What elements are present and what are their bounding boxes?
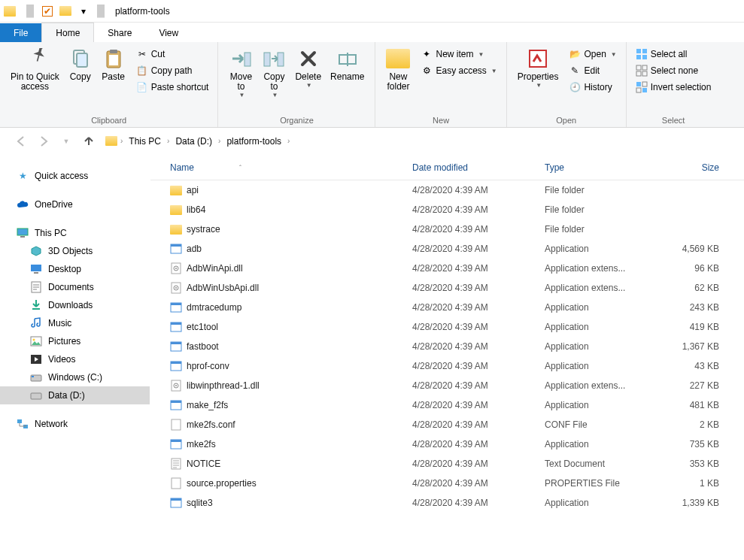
- select-all-button[interactable]: Select all: [633, 47, 715, 62]
- recent-dropdown[interactable]: ▼: [57, 132, 75, 150]
- copy-to-button[interactable]: Copy to▼: [257, 45, 290, 100]
- nav-item-documents[interactable]: Documents: [0, 278, 150, 296]
- nav-item-videos[interactable]: Videos: [0, 350, 150, 368]
- nav-item-desktop[interactable]: Desktop: [0, 260, 150, 278]
- svg-rect-20: [636, 88, 641, 92]
- window-icon: [4, 6, 16, 17]
- file-icon: [170, 399, 182, 411]
- svg-rect-1: [77, 53, 87, 67]
- svg-rect-25: [34, 272, 38, 274]
- nav-item-downloads[interactable]: Downloads: [0, 296, 150, 314]
- chevron-down-icon: ▼: [238, 92, 244, 98]
- nav-item-3d-objects[interactable]: 3D Objects: [0, 242, 150, 260]
- easy-access-button[interactable]: ⚙Easy access▼: [418, 63, 500, 78]
- copy-button[interactable]: Copy: [64, 45, 97, 83]
- file-row[interactable]: etc1tool4/28/2020 4:39 AMApplication419 …: [150, 317, 744, 337]
- chevron-right-icon[interactable]: ›: [215, 137, 223, 145]
- column-type[interactable]: Type: [540, 162, 656, 173]
- file-row[interactable]: AdbWinUsbApi.dll4/28/2020 4:39 AMApplica…: [150, 278, 744, 298]
- file-row[interactable]: mke2fs.conf4/28/2020 4:39 AMCONF File2 K…: [150, 415, 744, 434]
- tab-view[interactable]: View: [145, 23, 192, 42]
- edit-icon: ✎: [569, 65, 581, 77]
- nav-onedrive[interactable]: OneDrive: [0, 195, 150, 213]
- file-row[interactable]: api4/28/2020 4:39 AMFile folder: [150, 180, 744, 200]
- new-folder-button[interactable]: New folder: [381, 45, 415, 93]
- paste-shortcut-button[interactable]: 📄Paste shortcut: [133, 80, 212, 95]
- new-item-button[interactable]: ✦New item▼: [418, 47, 500, 62]
- chevron-down-icon: ▼: [611, 51, 617, 58]
- svg-point-53: [175, 385, 177, 386]
- svg-rect-33: [17, 419, 22, 423]
- invert-selection-button[interactable]: Invert selection: [633, 80, 715, 95]
- back-button[interactable]: [12, 132, 30, 150]
- ribbon-tabs: File Home Share View: [0, 23, 744, 42]
- select-all-icon: [636, 48, 648, 60]
- svg-point-28: [33, 339, 35, 341]
- column-date[interactable]: Date modified: [408, 162, 540, 173]
- folder-icon: [105, 135, 117, 147]
- properties-button[interactable]: Properties▼: [513, 45, 563, 90]
- group-open: Properties▼ 📂Open▼ ✎Edit 🕘History Open: [507, 42, 627, 127]
- nav-this-pc[interactable]: This PC: [0, 224, 150, 242]
- breadcrumb-bar[interactable]: › This PC › Data (D:) › platform-tools ›: [102, 132, 732, 151]
- qat-dropdown-icon[interactable]: ▾: [77, 5, 90, 17]
- file-icon: [170, 301, 182, 313]
- chevron-right-icon[interactable]: ›: [164, 137, 172, 145]
- paste-shortcut-icon: 📄: [136, 81, 148, 93]
- file-row[interactable]: source.properties4/28/2020 4:39 AMPROPER…: [150, 474, 744, 493]
- file-row[interactable]: libwinpthread-1.dll4/28/2020 4:39 AMAppl…: [150, 376, 744, 395]
- nav-item-data-d-[interactable]: Data (D:): [0, 386, 150, 404]
- nav-quick-access[interactable]: ★Quick access: [0, 167, 150, 185]
- nav-item-music[interactable]: Music: [0, 314, 150, 332]
- file-row[interactable]: dmtracedump4/28/2020 4:39 AMApplication2…: [150, 298, 744, 317]
- qat-folder-icon[interactable]: [59, 5, 71, 17]
- column-size[interactable]: Size: [656, 162, 724, 173]
- breadcrumb-drive[interactable]: Data (D:): [172, 136, 215, 147]
- breadcrumb-folder[interactable]: platform-tools: [223, 136, 284, 147]
- history-button[interactable]: 🕘History: [566, 80, 619, 95]
- nav-network[interactable]: Network: [0, 415, 150, 433]
- chevron-right-icon[interactable]: ›: [284, 137, 293, 145]
- open-button[interactable]: 📂Open▼: [566, 47, 619, 62]
- file-row[interactable]: adb4/28/2020 4:39 AMApplication4,569 KB: [150, 239, 744, 259]
- copy-path-button[interactable]: 📋Copy path: [133, 63, 212, 78]
- cut-button[interactable]: ✂Cut: [133, 47, 212, 62]
- nav-item-windows-c-[interactable]: Windows (C:): [0, 368, 150, 386]
- chevron-right-icon[interactable]: ›: [117, 137, 126, 145]
- file-row[interactable]: AdbWinApi.dll4/28/2020 4:39 AMApplicatio…: [150, 259, 744, 278]
- rename-button[interactable]: Rename: [326, 45, 369, 83]
- up-button[interactable]: [80, 132, 98, 150]
- move-to-button[interactable]: Move to▼: [224, 45, 257, 100]
- file-row[interactable]: fastboot4/28/2020 4:39 AMApplication1,36…: [150, 337, 744, 356]
- file-icon: [170, 184, 182, 196]
- file-icon: [170, 477, 182, 489]
- address-bar: ▼ › This PC › Data (D:) › platform-tools…: [0, 128, 744, 155]
- file-row[interactable]: NOTICE4/28/2020 4:39 AMText Document353 …: [150, 454, 744, 474]
- nav-item-icon: [30, 263, 42, 275]
- file-row[interactable]: make_f2fs4/28/2020 4:39 AMApplication481…: [150, 395, 744, 415]
- delete-button[interactable]: Delete▼: [290, 45, 326, 90]
- qat-properties-icon[interactable]: ✔: [41, 5, 53, 17]
- file-row[interactable]: sqlite34/28/2020 4:39 AMApplication1,339…: [150, 493, 744, 513]
- select-none-button[interactable]: Select none: [633, 63, 715, 78]
- breadcrumb-this-pc[interactable]: This PC: [126, 136, 164, 147]
- file-row[interactable]: mke2fs4/28/2020 4:39 AMApplication735 KB: [150, 434, 744, 454]
- svg-rect-58: [171, 440, 181, 442]
- file-row[interactable]: systrace4/28/2020 4:39 AMFile folder: [150, 219, 744, 239]
- tab-file[interactable]: File: [0, 23, 41, 42]
- file-row[interactable]: hprof-conv4/28/2020 4:39 AMApplication43…: [150, 356, 744, 376]
- file-row[interactable]: lib644/28/2020 4:39 AMFile folder: [150, 200, 744, 219]
- file-icon: [170, 204, 182, 216]
- nav-item-pictures[interactable]: Pictures: [0, 332, 150, 350]
- pin-to-quick-access-button[interactable]: Pin to Quick access: [6, 45, 64, 93]
- tab-home[interactable]: Home: [41, 23, 94, 42]
- column-name[interactable]: Nameˆ: [166, 162, 408, 173]
- forward-button[interactable]: [35, 132, 53, 150]
- select-none-icon: [636, 65, 648, 77]
- paste-button[interactable]: Paste: [97, 45, 130, 83]
- edit-button[interactable]: ✎Edit: [566, 63, 619, 78]
- svg-rect-15: [642, 65, 647, 70]
- paste-icon: [102, 47, 126, 71]
- nav-item-icon: [30, 335, 42, 347]
- tab-share[interactable]: Share: [94, 23, 145, 42]
